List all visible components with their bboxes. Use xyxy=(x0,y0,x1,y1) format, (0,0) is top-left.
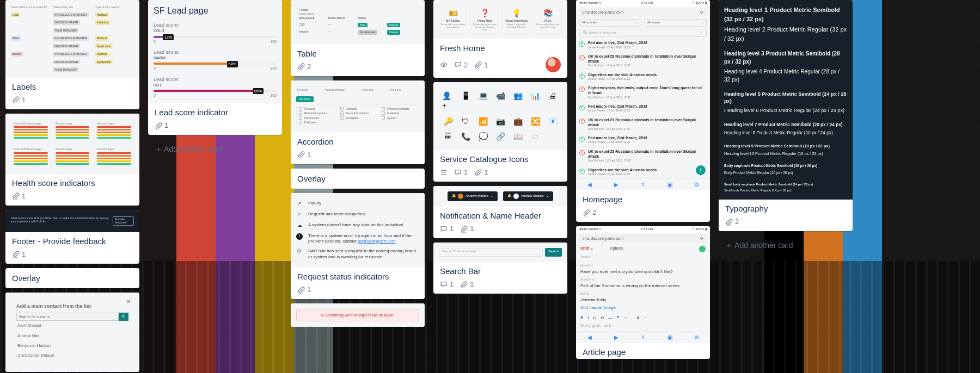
attachments-badge: 1 xyxy=(297,151,311,159)
attachments-badge: 1 xyxy=(12,96,26,104)
trello-card[interactable]: Overlay xyxy=(291,169,425,189)
card-title: Request status indicators xyxy=(291,268,425,283)
trello-card[interactable]: ✕Add a main contact from the list🔍Aarif … xyxy=(5,293,139,372)
description-icon xyxy=(440,169,448,176)
comments-badge: 1 xyxy=(454,168,468,176)
attachments-badge: 1 xyxy=(297,285,311,294)
card-title: Overlay xyxy=(291,169,425,189)
trello-card[interactable]: PersonalProduct ManagerFront endFront en… xyxy=(291,80,425,164)
card-title: Accordion xyxy=(291,133,425,148)
card-title: Search Bar xyxy=(433,262,567,278)
comments-badge: 2 xyxy=(454,61,468,69)
attachments-badge: 1 xyxy=(474,168,488,176)
card-title: Health score indicators xyxy=(5,174,139,190)
subscribed-icon xyxy=(440,61,448,69)
trello-card[interactable]: 🔔Andrew Mcafee⌄ 🔔Andrew Mcafee⌄ Notifica… xyxy=(433,186,567,238)
trello-card[interactable]: Heading level 1 Product Metric Semibold … xyxy=(719,0,853,231)
attachments-badge: 2 xyxy=(297,63,311,71)
comments-badge: 1 xyxy=(440,280,454,288)
trello-card[interactable]: FT.comLatest reportData sourceEmail sent… xyxy=(291,0,425,76)
card-title: Table xyxy=(291,45,425,60)
card-title: Footer - Provide feedback xyxy=(5,232,139,248)
list-column: Value of the account to the FTStakeholde… xyxy=(5,0,140,372)
attachments-badge: 2 xyxy=(725,217,739,226)
attachments-badge: 1 xyxy=(155,121,168,129)
trello-card[interactable]: Search IT Service DeskSearchSearch Bar11 xyxy=(433,243,567,294)
list-column: FT.comLatest reportData sourceEmail sent… xyxy=(291,0,426,327)
attachments-badge: 1 xyxy=(460,225,474,233)
card-title: Typography xyxy=(719,200,853,215)
card-title: Service Catalogue Icons xyxy=(433,150,567,166)
trello-card[interactable]: 🎫My TicketsKeep track of your issues and… xyxy=(433,0,567,78)
attachments-badge: 1 xyxy=(460,280,474,288)
attachments-badge: 1 xyxy=(12,250,26,258)
add-card-button[interactable]: ＋ Add another card xyxy=(148,139,282,160)
trello-card[interactable]: ⊘ Something went wrong! Please try again… xyxy=(291,303,425,327)
trello-card[interactable]: Value of the account to the FTStakeholde… xyxy=(5,0,139,109)
attachments-badge: 1 xyxy=(474,61,488,69)
list-column: SF Lead page Lead score: COLD 12% 0100 L… xyxy=(148,0,283,160)
trello-card[interactable]: SF Lead page Lead score: COLD 12% 0100 L… xyxy=(148,0,282,135)
card-title: Article page xyxy=(576,343,710,359)
card-title: Labels xyxy=(5,78,139,94)
list-column: 🎫My TicketsKeep track of your issues and… xyxy=(433,0,568,294)
attachments-badge: 2 xyxy=(583,208,596,216)
trello-card[interactable]: ●●●● Sketch ᯤ9:41 AM＊ 100% ▮ cms-discove… xyxy=(576,226,710,358)
card-title: Lead score indicator xyxy=(148,103,282,119)
trello-card[interactable]: Bank of Business pageAccount pageAccount… xyxy=(5,114,139,206)
card-title: Notification & Name Header xyxy=(433,207,567,222)
trello-card[interactable]: Overlay xyxy=(5,268,139,288)
comments-badge: 1 xyxy=(440,225,454,233)
member-avatar[interactable] xyxy=(546,57,561,72)
trello-card[interactable]: ↗Inquiry✓Request has been completed.☁A s… xyxy=(291,193,425,300)
card-title: Overlay xyxy=(5,268,139,288)
trello-card[interactable]: 👤+📱💻📹👥📊🖨🔑🛡📶📷💼🔀📧🏛📞💭🔗📖🗂Service Catalogue I… xyxy=(433,82,567,182)
add-card-button[interactable]: ＋ Add another card xyxy=(719,235,853,256)
list-column: ●●●● Sketch ᯤ9:41 AM＊ 100% ▮ cms-discove… xyxy=(576,0,711,359)
card-title: Homepage xyxy=(576,190,710,206)
card-title: Fresh Home xyxy=(433,39,567,55)
attachments-badge: 1 xyxy=(12,192,26,200)
trello-card[interactable]: We'd love to know what you think. Help u… xyxy=(5,210,139,264)
list-column: Heading level 1 Product Metric Semibold … xyxy=(719,0,854,256)
trello-card[interactable]: ●●●● Sketch ᯤ9:41 AM＊ 100% ▮ cms-discove… xyxy=(576,0,710,222)
